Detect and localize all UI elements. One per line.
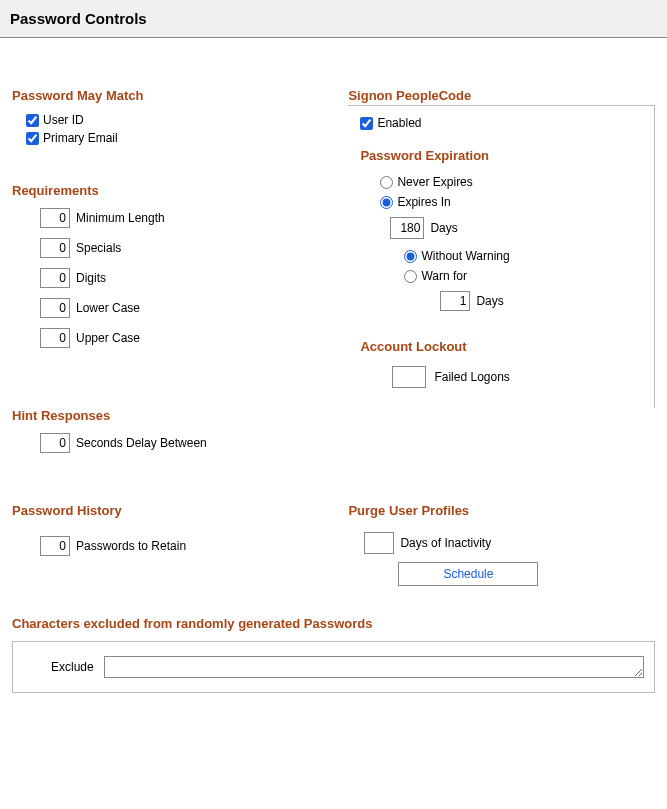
- signon-title: Signon PeopleCode: [348, 88, 655, 103]
- never-expires-row: Never Expires: [380, 175, 642, 189]
- password-may-match-title: Password May Match: [12, 88, 328, 103]
- min-length-row: Minimum Length: [40, 208, 328, 228]
- specials-row: Specials: [40, 238, 328, 258]
- warn-days-input[interactable]: [440, 291, 470, 311]
- digits-row: Digits: [40, 268, 328, 288]
- enabled-checkbox[interactable]: [360, 117, 373, 130]
- right-column: Signon PeopleCode Enabled Password Expir…: [348, 88, 655, 491]
- exclude-input[interactable]: [104, 656, 644, 678]
- user-id-checkbox-row: User ID: [26, 113, 328, 127]
- hint-responses-title: Hint Responses: [12, 408, 328, 423]
- upper-input[interactable]: [40, 328, 70, 348]
- warn-days-row: Days: [440, 291, 642, 311]
- expires-days-row: Days: [390, 217, 642, 239]
- passwords-retain-input[interactable]: [40, 536, 70, 556]
- requirements-section: Requirements Minimum Length Specials Dig…: [12, 183, 328, 348]
- lower-input[interactable]: [40, 298, 70, 318]
- failed-logons-row: Failed Logons: [392, 366, 642, 388]
- expires-in-radio[interactable]: [380, 196, 393, 209]
- password-history-title: Password History: [12, 503, 328, 518]
- bottom-row: Password History Passwords to Retain Pur…: [0, 503, 667, 586]
- upper-label: Upper Case: [76, 331, 140, 345]
- enabled-row: Enabled: [360, 116, 642, 130]
- lower-row: Lower Case: [40, 298, 328, 318]
- passwords-retain-row: Passwords to Retain: [40, 536, 328, 556]
- lower-label: Lower Case: [76, 301, 140, 315]
- password-expiration-title: Password Expiration: [360, 148, 642, 163]
- exclude-section: Characters excluded from randomly genera…: [0, 586, 667, 705]
- expires-in-label: Expires In: [397, 195, 450, 209]
- days-inactivity-label: Days of Inactivity: [400, 536, 491, 550]
- upper-row: Upper Case: [40, 328, 328, 348]
- digits-input[interactable]: [40, 268, 70, 288]
- primary-email-checkbox[interactable]: [26, 132, 39, 145]
- never-expires-radio[interactable]: [380, 176, 393, 189]
- signon-fieldset: Enabled Password Expiration Never Expire…: [348, 105, 655, 408]
- never-expires-label: Never Expires: [397, 175, 472, 189]
- purge-title: Purge User Profiles: [348, 503, 655, 518]
- seconds-delay-row: Seconds Delay Between: [40, 433, 328, 453]
- seconds-delay-input[interactable]: [40, 433, 70, 453]
- warn-for-label: Warn for: [421, 269, 467, 283]
- primary-email-checkbox-row: Primary Email: [26, 131, 328, 145]
- failed-logons-input[interactable]: [392, 366, 426, 388]
- failed-logons-label: Failed Logons: [434, 370, 509, 384]
- password-history-section: Password History Passwords to Retain: [12, 503, 328, 586]
- schedule-button[interactable]: Schedule: [398, 562, 538, 586]
- specials-input[interactable]: [40, 238, 70, 258]
- page-title: Password Controls: [10, 10, 657, 27]
- digits-label: Digits: [76, 271, 106, 285]
- without-warning-label: Without Warning: [421, 249, 509, 263]
- expires-days-input[interactable]: [390, 217, 424, 239]
- min-length-label: Minimum Length: [76, 211, 165, 225]
- without-warning-row: Without Warning: [404, 249, 642, 263]
- warn-for-radio[interactable]: [404, 270, 417, 283]
- main-content: Password May Match User ID Primary Email…: [0, 38, 667, 503]
- password-may-match-section: Password May Match User ID Primary Email: [12, 88, 328, 145]
- hint-responses-section: Hint Responses Seconds Delay Between: [12, 408, 328, 453]
- page-header: Password Controls: [0, 0, 667, 38]
- enabled-label: Enabled: [377, 116, 421, 130]
- warn-for-row: Warn for: [404, 269, 642, 283]
- primary-email-label: Primary Email: [43, 131, 118, 145]
- exclude-box: Exclude: [12, 641, 655, 693]
- days-inactivity-input[interactable]: [364, 532, 394, 554]
- seconds-delay-label: Seconds Delay Between: [76, 436, 207, 450]
- warn-days-label: Days: [476, 294, 503, 308]
- exclude-title: Characters excluded from randomly genera…: [12, 616, 655, 631]
- left-column: Password May Match User ID Primary Email…: [12, 88, 328, 491]
- requirements-title: Requirements: [12, 183, 328, 198]
- exclude-label: Exclude: [51, 660, 94, 674]
- passwords-retain-label: Passwords to Retain: [76, 539, 186, 553]
- user-id-checkbox[interactable]: [26, 114, 39, 127]
- without-warning-radio[interactable]: [404, 250, 417, 263]
- specials-label: Specials: [76, 241, 121, 255]
- expires-in-row: Expires In: [380, 195, 642, 209]
- expires-days-label: Days: [430, 221, 457, 235]
- min-length-input[interactable]: [40, 208, 70, 228]
- account-lockout-title: Account Lockout: [360, 339, 642, 354]
- purge-section: Purge User Profiles Days of Inactivity S…: [348, 503, 655, 586]
- days-inactivity-row: Days of Inactivity: [364, 532, 655, 554]
- user-id-label: User ID: [43, 113, 84, 127]
